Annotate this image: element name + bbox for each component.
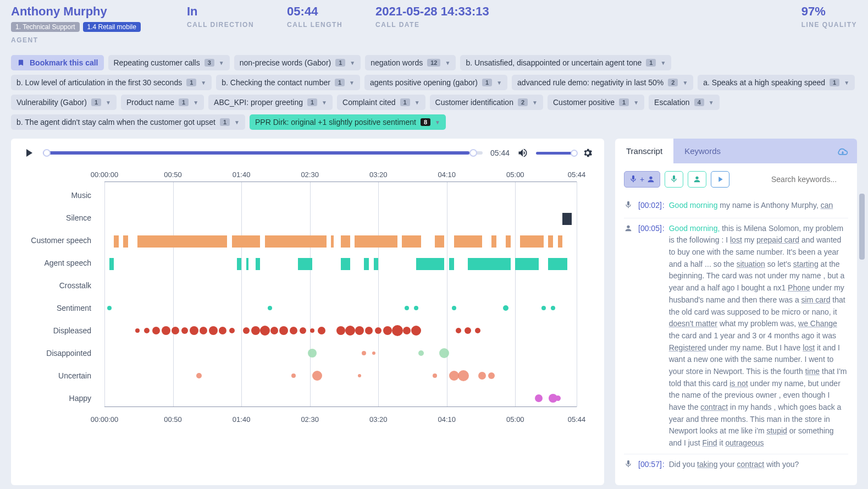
transcript-timestamp[interactable]: [00:05]	[638, 223, 665, 449]
x-tick-top: 05:00	[506, 171, 524, 179]
tag-pill[interactable]: advanced rule demo: negativity in last 5…	[512, 75, 693, 90]
data-dot	[144, 328, 150, 333]
bar-segment	[491, 235, 496, 248]
tag-pill[interactable]: Customer identification 2 ▼	[430, 95, 543, 110]
tag-pill[interactable]: b. The agent didn't stay calm when the c…	[11, 114, 245, 130]
bar-segment	[374, 258, 379, 270]
data-dot	[312, 371, 322, 381]
chart-row-label: Sentiment	[22, 304, 99, 312]
chevron-down-icon: ▼	[496, 80, 502, 86]
filter-both-button[interactable]: +	[624, 171, 660, 188]
bar-segment	[341, 258, 350, 270]
tag-pill[interactable]: non-precise words (Gabor) 1 ▼	[234, 55, 361, 70]
bar-segment	[402, 235, 421, 248]
bookmark-label: Bookmark this call	[30, 58, 98, 67]
tag-pill[interactable]: a. Speaks at a high speaking speed 1 ▼	[698, 75, 855, 90]
tag-pill[interactable]: agents positive opening (gabor) 1 ▼	[364, 75, 507, 90]
chevron-down-icon: ▼	[349, 80, 355, 86]
data-dot	[251, 326, 260, 335]
chart-row-label: Silence	[22, 213, 99, 222]
tag-pill[interactable]: Complaint cited 1 ▼	[337, 95, 425, 110]
agent-label: AGENT	[11, 36, 154, 44]
bar-segment	[114, 235, 119, 248]
bar-segment	[449, 258, 454, 270]
x-tick-top: 04:10	[438, 171, 456, 179]
bar-segment	[256, 258, 261, 270]
tag-pill[interactable]: negation words 12 ▼	[365, 55, 456, 70]
tag-label: negation words	[371, 58, 423, 67]
tag-count: 1	[335, 79, 345, 86]
tag-count: 1	[220, 118, 230, 126]
timeline-chart: 00:00:0000:00:0000:5000:5001:4001:4002:3…	[22, 171, 593, 424]
tag-label: b. The agent didn't stay calm when the c…	[16, 118, 215, 127]
tag-count: 8	[421, 118, 430, 126]
tag-pill[interactable]: Product name 1 ▼	[121, 95, 204, 110]
data-dot	[458, 370, 469, 381]
transcript-timestamp[interactable]: [00:57]	[638, 459, 665, 472]
filter-agent-button[interactable]	[665, 171, 683, 188]
tag-label: Complaint cited	[342, 98, 396, 107]
bar-segment	[468, 258, 510, 270]
data-dot	[162, 326, 170, 335]
bar-segment	[435, 235, 444, 248]
chart-row-label: Music	[22, 191, 99, 200]
keyword-search-input[interactable]	[771, 175, 848, 184]
tag-pill[interactable]: b. Checking the contact number 1 ▼	[216, 75, 360, 90]
tag-label: Customer positive	[553, 98, 615, 107]
play-button[interactable]	[22, 146, 35, 160]
data-dot	[555, 395, 561, 401]
tag-pill[interactable]: Repeating customer calls 3 ▼	[108, 55, 230, 70]
x-tick-bottom: 01:40	[233, 415, 251, 424]
data-dot	[383, 326, 392, 335]
data-dot	[172, 327, 179, 334]
bar-segment	[237, 258, 242, 270]
agent-tag: 1. Technical Support	[11, 22, 80, 32]
tag-pill[interactable]: ABC_KPI: proper greeting 1 ▼	[208, 95, 333, 110]
data-dot	[488, 372, 495, 379]
tag-label: Escalation	[654, 98, 690, 107]
header-metrics: Anthony Murphy 1. Technical Support1.4 R…	[11, 0, 857, 53]
bar-segment	[246, 258, 248, 270]
data-dot	[152, 327, 160, 334]
tag-pill[interactable]: PPR Dirk: original +1 slightly positive …	[250, 114, 446, 130]
agent-tag: 1.4 Retail mobile	[83, 22, 141, 32]
transcript-text: Did you taking your contract with you?	[669, 459, 799, 472]
settings-icon[interactable]	[582, 147, 593, 158]
tabs: Transcript Keywords	[615, 139, 857, 163]
volume-slider[interactable]	[536, 152, 574, 155]
progress-bar[interactable]	[43, 151, 483, 155]
tag-count: 1	[186, 79, 196, 86]
bookmark-button[interactable]: Bookmark this call	[11, 55, 104, 70]
tag-pill[interactable]: b. Low level of articulation in the firs…	[11, 75, 212, 90]
tag-count: 12	[427, 59, 440, 67]
tag-pill[interactable]: b. Unsatisfied, disappointed or uncertai…	[460, 55, 671, 70]
data-dot	[279, 326, 288, 335]
chevron-down-icon: ▼	[322, 100, 327, 106]
transcript-timestamp[interactable]: [00:02]	[638, 200, 665, 213]
chevron-down-icon: ▼	[844, 80, 849, 86]
chevron-down-icon: ▼	[682, 80, 688, 86]
data-dot	[308, 349, 317, 358]
tab-transcript[interactable]: Transcript	[615, 139, 673, 163]
tag-pill[interactable]: Escalation 4 ▼	[649, 95, 720, 110]
bar-segment	[548, 235, 553, 248]
x-tick-bottom: 04:10	[438, 415, 456, 424]
chevron-down-icon: ▼	[660, 60, 666, 66]
scrollbar-thumb[interactable]	[859, 194, 865, 260]
data-dot	[414, 306, 418, 310]
tag-pill[interactable]: Vulnerability (Gabor) 1 ▼	[11, 95, 117, 110]
chevron-down-icon: ▼	[435, 119, 440, 125]
data-dot	[358, 374, 361, 377]
tab-keywords[interactable]: Keywords	[673, 139, 732, 163]
chevron-down-icon: ▼	[234, 119, 240, 125]
tag-pill[interactable]: Customer positive 1 ▼	[548, 95, 644, 110]
chevron-down-icon: ▼	[633, 100, 639, 106]
cloud-download-icon[interactable]	[837, 146, 848, 157]
agent-name: Anthony Murphy	[11, 4, 154, 19]
filter-customer-button[interactable]	[688, 171, 706, 188]
tag-pills-container: Bookmark this call Repeating customer ca…	[11, 53, 857, 139]
filter-autoplay-button[interactable]	[711, 171, 729, 188]
tag-count: 1	[482, 79, 492, 86]
volume-icon[interactable]	[517, 147, 528, 158]
data-dot	[365, 327, 373, 334]
